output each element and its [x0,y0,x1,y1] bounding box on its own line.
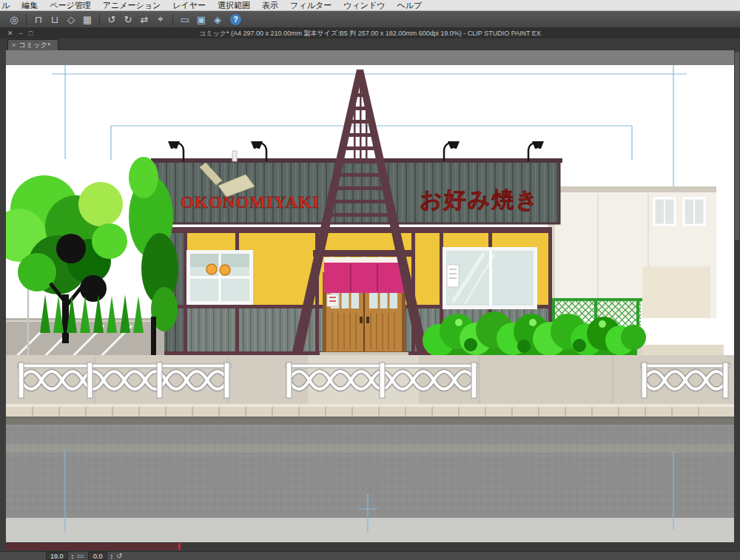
menu-item-page-manage[interactable]: ページ管理 [44,0,97,11]
reset-display-icon[interactable]: ⌖ [152,13,169,27]
horizontal-scrollbar[interactable] [6,542,734,551]
menu-item-selection[interactable]: 選択範囲 [212,0,256,11]
menu-item-animation[interactable]: アニメーション [97,0,167,11]
rotate-left-icon[interactable]: ↺ [104,13,120,27]
left-window [186,250,253,305]
menu-item-filter[interactable]: フィルター [284,0,337,11]
window-left-edge [0,50,6,560]
canvas-artwork[interactable]: OKONOMIYAKI お好み焼き [6,50,734,542]
stepper-down-icon[interactable]: ▾ [72,556,74,559]
zoom-fit-icon[interactable]: ▭ [177,13,193,27]
stepper-down-icon[interactable]: ▾ [111,556,113,559]
tab-close-icon[interactable]: × [12,41,16,49]
tab-label: コミック* [18,41,50,50]
flip-horizontal-icon[interactable]: ⇄ [136,13,152,27]
entrance-tag [327,294,338,306]
tab-comic[interactable]: × コミック* [7,39,58,50]
vertical-scrollbar-thumb[interactable] [735,52,739,240]
status-bar: 19.0 ▴ ▾ ▭ 0.0 ▴ ▾ ↺ [0,551,740,560]
zoom-fit-icon[interactable]: ▭ [77,553,84,560]
window-controls: ✕ − □ [7,28,33,38]
menu-item-edit[interactable]: 編集 [16,0,44,11]
menu-item-file-partial[interactable]: ル [0,0,16,11]
toolbar-separator [172,14,173,25]
rotate-right-icon[interactable]: ↻ [120,13,136,27]
menu-item-view[interactable]: 表示 [256,0,284,11]
maximize-icon[interactable]: □ [29,30,33,37]
road [6,419,734,542]
document-title-bar: ✕ − □ コミック* (A4 297.00 x 210.00mm 製本サイズ:… [0,28,740,38]
snap-ruler-icon[interactable]: ⊓ [30,13,47,27]
rotation-stepper[interactable]: ▴ ▾ [111,553,113,559]
lantern [206,264,217,274]
tool-property-icon[interactable]: ◎ [6,13,22,27]
close-icon[interactable]: ✕ [7,30,13,37]
toolbar-separator [26,14,27,25]
menu-bar: ル 編集 ページ管理 アニメーション レイヤー 選択範囲 表示 フィルター ウィ… [0,0,740,11]
zoom-stepper[interactable]: ▴ ▾ [72,553,74,559]
minimize-icon[interactable]: − [19,30,23,37]
command-bar: ◎ ⊓ ⊔ ◇ ▦ ↺ ↻ ⇄ ⌖ ▭ ▣ ◈ ? [0,11,740,28]
snap-exclusive-ruler-icon[interactable]: ⊔ [47,13,63,27]
canvas-tab-bar: × コミック* [0,38,740,50]
rotation-value[interactable]: 0.0 [88,552,107,560]
navigator-icon[interactable]: ▣ [193,13,209,27]
sign-text-latin: OKONOMIYAKI [181,193,320,212]
vertical-scrollbar[interactable] [734,50,740,542]
subview-icon[interactable]: ◈ [209,13,226,27]
menu-item-window[interactable]: ウィンドウ [337,0,391,11]
lantern [220,265,230,275]
menu-item-layer[interactable]: レイヤー [166,0,212,11]
right-window [443,247,537,309]
menu-item-help[interactable]: ヘルプ [391,0,428,11]
help-icon[interactable]: ? [230,14,241,25]
canvas-viewport[interactable]: OKONOMIYAKI お好み焼き [6,50,734,542]
vent-pipe [232,151,237,161]
document-title: コミック* (A4 297.00 x 210.00mm 製本サイズ:B5 判 2… [199,29,541,38]
snap-special-ruler-icon[interactable]: ◇ [63,13,79,27]
snap-grid-icon[interactable]: ▦ [79,13,95,27]
sign-text-japanese: お好み焼き [420,187,539,212]
zoom-value[interactable]: 19.0 [46,552,68,560]
curb [6,404,734,419]
menu-sign [447,265,459,287]
horizontal-scrollbar-thumb[interactable] [6,543,181,550]
rotate-reset-icon[interactable]: ↺ [116,553,122,560]
toolbar-separator [99,14,100,25]
